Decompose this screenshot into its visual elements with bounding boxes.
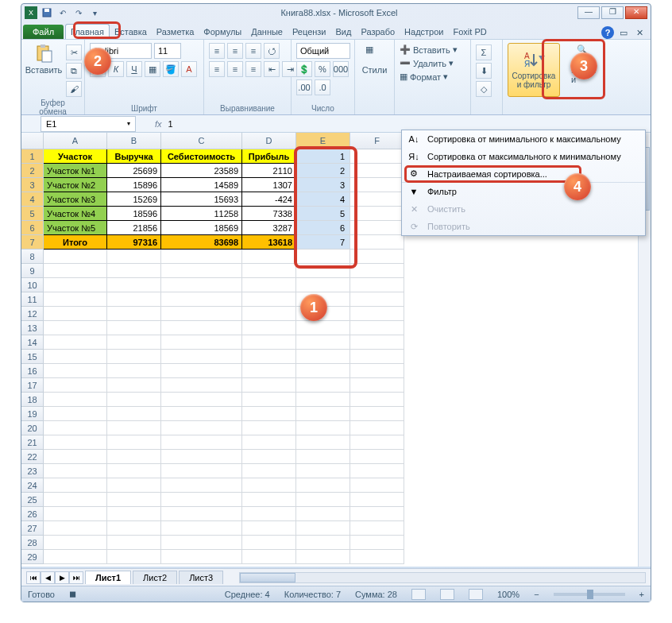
menu-item[interactable]: ⚙Настраиваемая сортировка... bbox=[402, 165, 645, 183]
cell[interactable]: 13618 bbox=[242, 235, 296, 250]
cell[interactable] bbox=[350, 493, 404, 507]
find-select-button[interactable]: 🔍 Найти и bbox=[570, 43, 603, 114]
autosum-button[interactable]: Σ bbox=[476, 44, 492, 60]
cell[interactable] bbox=[44, 421, 107, 435]
cells-insert-button[interactable]: ➕Вставить▾ bbox=[400, 44, 465, 55]
cell[interactable] bbox=[350, 507, 404, 521]
cell[interactable] bbox=[242, 493, 296, 507]
cell[interactable] bbox=[44, 478, 107, 493]
zoom-level[interactable]: 100% bbox=[497, 590, 519, 599]
cell[interactable]: Участок №2 bbox=[44, 178, 107, 192]
fill-button[interactable]: ⬇ bbox=[476, 63, 492, 79]
formula-value[interactable]: 1 bbox=[168, 119, 173, 129]
cell[interactable] bbox=[350, 264, 404, 278]
cell[interactable]: 7338 bbox=[242, 207, 296, 221]
cell[interactable] bbox=[296, 493, 350, 507]
cell[interactable]: 11258 bbox=[161, 207, 242, 221]
fx-icon[interactable]: fx bbox=[155, 119, 162, 129]
row-header[interactable]: 1 bbox=[21, 149, 44, 164]
cell[interactable] bbox=[161, 292, 242, 307]
cell[interactable] bbox=[350, 478, 404, 493]
cell[interactable] bbox=[296, 278, 350, 292]
sheet-tab-1[interactable]: Лист1 bbox=[85, 571, 131, 584]
cell[interactable] bbox=[350, 450, 404, 464]
cell[interactable]: 14589 bbox=[161, 178, 242, 192]
cell[interactable] bbox=[44, 292, 107, 307]
cell[interactable] bbox=[296, 478, 350, 493]
cell[interactable] bbox=[107, 307, 161, 321]
cell[interactable] bbox=[242, 407, 296, 421]
align-bottom-button[interactable]: ≡ bbox=[245, 43, 261, 59]
cell[interactable]: 21856 bbox=[107, 221, 161, 235]
cell[interactable] bbox=[44, 321, 107, 335]
row-header[interactable]: 8 bbox=[21, 250, 44, 264]
cell[interactable] bbox=[161, 321, 242, 335]
cell[interactable] bbox=[350, 207, 404, 221]
cells-format-button[interactable]: ▦Формат▾ bbox=[400, 72, 465, 82]
view-layout-button[interactable] bbox=[440, 589, 454, 600]
cell[interactable] bbox=[350, 292, 404, 307]
col-header-f[interactable]: F bbox=[350, 133, 404, 149]
cell[interactable] bbox=[296, 350, 350, 364]
cell[interactable] bbox=[242, 464, 296, 478]
row-header[interactable]: 5 bbox=[21, 207, 44, 221]
cell[interactable] bbox=[350, 221, 404, 235]
cell[interactable] bbox=[44, 350, 107, 364]
cell[interactable] bbox=[350, 178, 404, 192]
cell[interactable] bbox=[350, 235, 404, 250]
sheet-tab-2[interactable]: Лист2 bbox=[133, 571, 177, 584]
cell[interactable] bbox=[296, 292, 350, 307]
cell[interactable] bbox=[296, 264, 350, 278]
cell[interactable]: 15693 bbox=[161, 192, 242, 207]
cell[interactable] bbox=[44, 536, 107, 550]
cell[interactable]: Участок bbox=[44, 149, 107, 164]
font-name-combo[interactable] bbox=[90, 43, 152, 59]
col-header-b[interactable]: B bbox=[107, 133, 161, 149]
cell[interactable] bbox=[296, 321, 350, 335]
cell[interactable]: Участок №1 bbox=[44, 164, 107, 178]
cell[interactable] bbox=[350, 307, 404, 321]
cell[interactable] bbox=[107, 335, 161, 350]
col-header-d[interactable]: D bbox=[242, 133, 296, 149]
row-header[interactable]: 24 bbox=[21, 478, 44, 493]
zoom-out-button[interactable]: − bbox=[534, 590, 539, 599]
maximize-button[interactable]: ❐ bbox=[601, 6, 624, 19]
cell[interactable] bbox=[350, 149, 404, 164]
cell[interactable] bbox=[296, 364, 350, 378]
cell[interactable] bbox=[44, 493, 107, 507]
tab-developer[interactable]: Разрабо bbox=[356, 25, 400, 39]
cell[interactable] bbox=[242, 507, 296, 521]
cell[interactable] bbox=[44, 250, 107, 264]
col-header-e[interactable]: E bbox=[296, 133, 350, 149]
copy-button[interactable]: ⧉ bbox=[66, 63, 82, 79]
cell[interactable]: 18596 bbox=[107, 207, 161, 221]
row-header[interactable]: 23 bbox=[21, 464, 44, 478]
cell[interactable] bbox=[161, 250, 242, 264]
cell[interactable] bbox=[44, 307, 107, 321]
cell[interactable]: 1 bbox=[296, 149, 350, 164]
cell[interactable] bbox=[44, 507, 107, 521]
cell[interactable] bbox=[242, 292, 296, 307]
tab-layout[interactable]: Разметка bbox=[152, 25, 199, 39]
cell[interactable] bbox=[107, 550, 161, 564]
view-break-button[interactable] bbox=[469, 589, 483, 600]
zoom-in-button[interactable]: + bbox=[639, 590, 644, 599]
cell[interactable] bbox=[107, 393, 161, 407]
macro-record-icon[interactable]: ◼ bbox=[69, 589, 76, 599]
row-header[interactable]: 13 bbox=[21, 321, 44, 335]
row-header[interactable]: 17 bbox=[21, 378, 44, 393]
bold-button[interactable]: Ж bbox=[90, 61, 106, 77]
align-middle-button[interactable]: ≡ bbox=[227, 43, 243, 59]
indent-dec-button[interactable]: ⇤ bbox=[264, 61, 280, 77]
row-header[interactable]: 15 bbox=[21, 350, 44, 364]
zoom-slider[interactable] bbox=[554, 593, 625, 596]
undo-button[interactable]: ↶ bbox=[56, 6, 69, 19]
cell[interactable] bbox=[242, 350, 296, 364]
cell[interactable] bbox=[296, 435, 350, 450]
cell[interactable] bbox=[242, 307, 296, 321]
cell[interactable]: 97316 bbox=[107, 235, 161, 250]
col-header-a[interactable]: A bbox=[44, 133, 107, 149]
cell[interactable]: Выручка bbox=[107, 149, 161, 164]
cell[interactable] bbox=[350, 464, 404, 478]
cell[interactable] bbox=[296, 550, 350, 564]
